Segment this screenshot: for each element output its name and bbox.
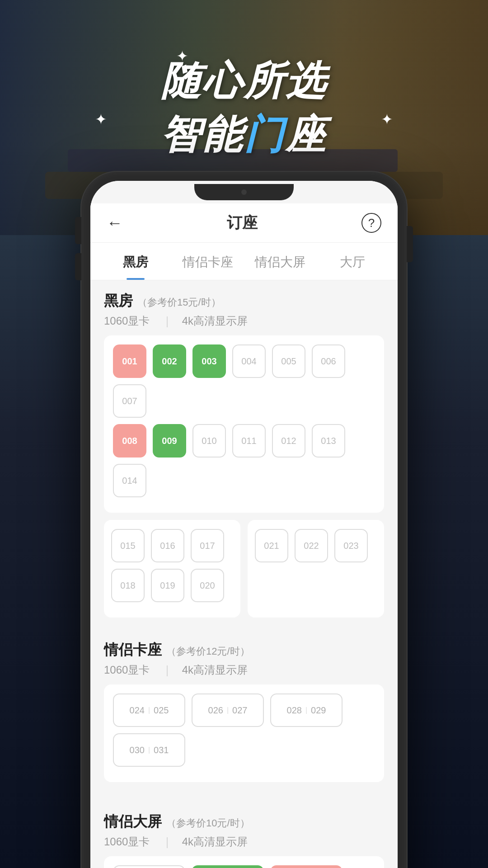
- seat-row-3: 015 016 017: [111, 529, 233, 562]
- app-header: ← 订座 ?: [90, 203, 398, 243]
- volume-down-button: [75, 253, 81, 280]
- couple-card-name: 情侣卡座: [104, 640, 162, 660]
- seat-022[interactable]: 022: [295, 529, 328, 562]
- dark-room-section: 黑房 （参考价15元/时） 1060显卡 ｜ 4k高清显示屏 001 002: [90, 280, 398, 622]
- back-button[interactable]: ←: [107, 213, 123, 232]
- seat-004[interactable]: 004: [232, 344, 266, 378]
- seat-002[interactable]: 002: [153, 344, 186, 378]
- seat-008[interactable]: 008: [113, 424, 146, 458]
- page-title: 订座: [227, 212, 258, 233]
- app-content: ← 订座 ? 黑房 情侣卡座 情侣大屏: [90, 203, 398, 868]
- dark-room-col-left: 015 016 017 018 019 020: [104, 520, 240, 618]
- dark-room-seat-area: 001 002 003 004 005 006 007 008 009: [104, 335, 384, 513]
- seat-row-4: 018 019 020: [111, 569, 233, 602]
- seat-016[interactable]: 016: [151, 529, 184, 562]
- help-button[interactable]: ?: [361, 213, 381, 233]
- couple-screen-032-033[interactable]: 032 | 033: [113, 865, 185, 868]
- seat-009[interactable]: 009: [153, 424, 186, 458]
- seat-row-1: 001 002 003 004 005 006 007: [113, 344, 375, 418]
- seat-003[interactable]: 003: [192, 344, 226, 378]
- couple-card-price: （参考价12元/时）: [166, 645, 250, 658]
- seat-006[interactable]: 006: [312, 344, 345, 378]
- seat-020[interactable]: 020: [191, 569, 224, 602]
- dark-room-price: （参考价15元/时）: [137, 296, 221, 309]
- star-icon-2: ✦: [95, 111, 107, 128]
- couple-screen-section: 情侣大屏 （参考价10元/时） 1060显卡 ｜ 4k高清显示屏 032 |: [90, 801, 398, 868]
- seat-018[interactable]: 018: [111, 569, 145, 602]
- divider-2: [90, 794, 398, 801]
- seat-011[interactable]: 011: [232, 424, 266, 458]
- dark-room-two-col: 015 016 017 018 019 020: [104, 520, 384, 618]
- seat-019[interactable]: 019: [151, 569, 184, 602]
- couple-screen-title-row: 情侣大屏 （参考价10元/时）: [104, 812, 384, 832]
- couple-seat-024-025[interactable]: 024 | 025: [113, 693, 185, 727]
- seat-001[interactable]: 001: [113, 344, 146, 378]
- couple-card-section: 情侣卡座 （参考价12元/时） 1060显卡 ｜ 4k高清显示屏 024 |: [90, 629, 398, 794]
- seat-023[interactable]: 023: [334, 529, 368, 562]
- tab-couple-card[interactable]: 情侣卡座: [172, 243, 244, 280]
- seat-021[interactable]: 021: [255, 529, 288, 562]
- couple-screen-price: （参考价10元/时）: [166, 816, 250, 830]
- seat-013[interactable]: 013: [312, 424, 345, 458]
- divider-1: [90, 622, 398, 629]
- seat-005[interactable]: 005: [272, 344, 305, 378]
- couple-card-row: 024 | 025 026 | 027 028 |: [113, 693, 375, 767]
- couple-card-spec: 1060显卡 ｜ 4k高清显示屏: [104, 663, 384, 677]
- hero-line2: 智能门座: [0, 108, 488, 162]
- couple-screen-036-037[interactable]: 036 | 037: [270, 865, 343, 868]
- question-icon: ?: [368, 216, 375, 230]
- seat-017[interactable]: 017: [191, 529, 224, 562]
- notch-bar: [90, 181, 398, 203]
- tab-bar: 黑房 情侣卡座 情侣大屏 大厅: [90, 243, 398, 280]
- seat-015[interactable]: 015: [111, 529, 145, 562]
- star-icon-1: ✦: [176, 47, 188, 65]
- hero-line1: 随心所选: [0, 54, 488, 108]
- couple-seat-026-027[interactable]: 026 | 027: [192, 693, 264, 727]
- tab-dark-room[interactable]: 黑房: [99, 243, 172, 280]
- phone-mockup: ← 订座 ? 黑房 情侣卡座 情侣大屏: [81, 172, 407, 868]
- dark-room-col-right: 021 022 023: [248, 520, 384, 618]
- seat-007[interactable]: 007: [113, 384, 146, 418]
- hero-line2-suffix: 座: [286, 112, 327, 157]
- seat-010[interactable]: 010: [192, 424, 226, 458]
- notch: [194, 184, 294, 200]
- hero-line2-prefix: 智能: [161, 112, 244, 157]
- star-icon-3: ✦: [381, 111, 393, 128]
- couple-screen-name: 情侣大屏: [104, 812, 162, 832]
- dark-room-title-row: 黑房 （参考价15元/时）: [104, 291, 384, 311]
- tab-hall[interactable]: 大厅: [316, 243, 389, 280]
- dark-room-name: 黑房: [104, 291, 133, 311]
- couple-card-title-row: 情侣卡座 （参考价12元/时）: [104, 640, 384, 660]
- couple-screen-row: 032 | 033 034 | 035 036 |: [113, 865, 375, 868]
- hero-line2-blue: 门: [244, 112, 286, 157]
- couple-seat-028-029[interactable]: 028 | 029: [270, 693, 343, 727]
- seat-row-2: 008 009 010 011 012 013 014: [113, 424, 375, 497]
- seat-014[interactable]: 014: [113, 464, 146, 497]
- dark-room-spec: 1060显卡 ｜ 4k高清显示屏: [104, 314, 384, 328]
- hero-section: 随心所选 智能门座: [0, 54, 488, 162]
- seat-row-5: 021 022 023: [255, 529, 377, 562]
- seat-012[interactable]: 012: [272, 424, 305, 458]
- power-button: [407, 226, 413, 262]
- couple-screen-seat-area: 032 | 033 034 | 035 036 |: [104, 856, 384, 868]
- volume-up-button: [75, 217, 81, 244]
- couple-seat-030-031[interactable]: 030 | 031: [113, 733, 185, 767]
- couple-card-seat-area: 024 | 025 026 | 027 028 |: [104, 684, 384, 782]
- couple-screen-spec: 1060显卡 ｜ 4k高清显示屏: [104, 835, 384, 849]
- couple-screen-034-035[interactable]: 034 | 035: [192, 865, 264, 868]
- tab-couple-screen[interactable]: 情侣大屏: [244, 243, 316, 280]
